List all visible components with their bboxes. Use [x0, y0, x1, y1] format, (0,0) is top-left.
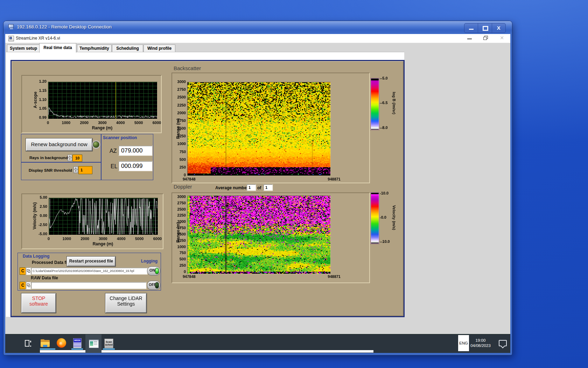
- rays-value[interactable]: 10: [72, 155, 82, 162]
- doppler-ytick-8: 1000: [177, 245, 186, 249]
- app-restore-button[interactable]: [482, 34, 490, 42]
- velocity-ytick-4: -5.00: [38, 232, 47, 236]
- task-view-icon[interactable]: [25, 340, 33, 347]
- snr-value[interactable]: 1: [78, 166, 92, 174]
- stop-line1: STOP: [32, 295, 46, 301]
- snr-spinner[interactable]: ▲▼: [74, 166, 77, 173]
- scan-scheduler-icon[interactable]: Scan sched: [104, 339, 113, 348]
- app-titlebar[interactable]: StreamLine XR v14-6.vi ✕: [5, 34, 510, 43]
- notifications-icon[interactable]: [499, 340, 507, 346]
- taskbar-clock[interactable]: 19:00 04/08/2023: [468, 338, 493, 348]
- change-lidar-settings-button[interactable]: Change LiDAR Settings: [105, 293, 147, 313]
- ascope-graph: 1.201.151.101.050.99 0100020003000400050…: [21, 75, 162, 133]
- velocity-xtick-5: 5000: [135, 237, 144, 241]
- tab-temp-humidity[interactable]: Temp/humidity: [77, 45, 112, 52]
- backscatter-ylabel: Range (m): [176, 118, 181, 139]
- restart-processed-button[interactable]: Restart processed file: [67, 257, 115, 266]
- taskbar: WEEK Scan sched ENG 19:00 04/08/2023: [5, 334, 510, 353]
- backscatter-ytick-1: 2750: [177, 87, 186, 91]
- on-led: [155, 268, 159, 274]
- rdp-client-area: StreamLine XR v14-6.vi ✕ System setup Re…: [5, 34, 510, 353]
- ascope-xtick-0: 0: [47, 121, 49, 125]
- underline-week-document: [71, 348, 83, 350]
- rdp-icon: [8, 24, 14, 30]
- backscatter-cb-unit: log B (/m/sr): [392, 92, 396, 114]
- app-close-button[interactable]: ✕: [498, 34, 506, 42]
- tab-scheduling[interactable]: Scheduling: [112, 45, 143, 52]
- velocity-xtick-6: 6000: [153, 237, 162, 241]
- backscatter-ytick-0: 3000: [177, 80, 186, 84]
- backscatter-ytick-10: 500: [180, 157, 186, 162]
- velocity-ytick-2: 0.00: [40, 213, 47, 218]
- labview-app-icon: [89, 340, 99, 348]
- raw-drive-selector[interactable]: C: [20, 282, 26, 289]
- background-controls-box: Renew background now Rays in background …: [21, 134, 102, 163]
- raw-logging-toggle-off[interactable]: OFF: [147, 281, 160, 290]
- ascope-ytick-2: 1.10: [39, 97, 47, 102]
- taskbar-time: 19:00: [468, 338, 493, 343]
- backscatter-title: Backscatter: [174, 65, 201, 71]
- average-number-value[interactable]: 1: [247, 184, 256, 191]
- doppler-cb-tick-2: --10.0: [380, 239, 390, 244]
- ascope-xtick-3: 3000: [98, 121, 106, 125]
- doppler-title: Doppler: [174, 184, 192, 190]
- doppler-ytick-9: 750: [180, 251, 186, 255]
- velocity-ytick-0: 5.00: [40, 195, 47, 199]
- el-value[interactable]: 000.099: [119, 161, 152, 171]
- rdp-close-button[interactable]: X: [492, 23, 505, 33]
- of-value[interactable]: 1: [264, 184, 273, 191]
- settings-line1: Change LiDAR: [110, 295, 142, 301]
- velocity-xtick-4: 4000: [117, 237, 125, 241]
- snr-controls-box: Display SNR threshold ▲▼ 1: [21, 162, 102, 180]
- week-document-label: WEEK: [74, 339, 81, 342]
- velocity-xtick-2: 2000: [80, 237, 89, 241]
- doppler-ytick-0: 3000: [177, 195, 186, 199]
- raw-file-label: RAW Data file: [31, 275, 58, 280]
- rays-spinner[interactable]: ▲▼: [68, 155, 71, 161]
- scanner-position-title: Scanner position: [103, 135, 137, 140]
- file-explorer-icon[interactable]: [41, 339, 50, 347]
- rays-label: Rays in background: [29, 156, 68, 160]
- velocity-ytick-1: 2.50: [40, 204, 47, 209]
- backscatter-ytick-12: 0: [184, 173, 186, 177]
- velocity-ytick-3: -2.50: [38, 223, 47, 227]
- tab-system-setup[interactable]: System setup: [7, 45, 40, 52]
- rdp-minimize-button[interactable]: [464, 23, 478, 33]
- raw-file-path[interactable]: [31, 282, 146, 289]
- firefox-icon[interactable]: [57, 338, 66, 348]
- language-indicator[interactable]: ENG: [458, 335, 469, 351]
- backscatter-xstart: 947848: [183, 177, 196, 181]
- week-document-icon[interactable]: WEEK: [73, 338, 82, 348]
- renew-led-indicator: [93, 141, 99, 148]
- labview-panel: 1.201.151.101.050.99 0100020003000400050…: [10, 60, 405, 317]
- labview-app-taskbar-tile[interactable]: [85, 334, 102, 353]
- app-title: StreamLine XR v14-6.vi: [16, 36, 60, 41]
- stop-software-button[interactable]: STOP software: [21, 293, 56, 313]
- processed-browse-icon[interactable]: [26, 267, 31, 275]
- tab-real-time-data[interactable]: Real time data: [39, 43, 76, 53]
- stop-line2: software: [29, 301, 48, 307]
- doppler-ytick-2: 2500: [177, 207, 186, 211]
- velocity-xtick-1: 1000: [63, 237, 71, 241]
- processed-file-label: Processed Data file: [32, 260, 71, 265]
- velocity-xtick-0: 0: [48, 237, 50, 241]
- tab-wind-profile[interactable]: Wind profile: [144, 45, 175, 52]
- rdp-titlebar[interactable]: 192.168.0.122 - Remote Desktop Connectio…: [4, 21, 512, 34]
- raw-browse-icon[interactable]: [26, 282, 31, 289]
- rdp-maximize-button[interactable]: [478, 23, 492, 33]
- velocity-xtick-3: 3000: [99, 237, 107, 241]
- velocity-xlabel: Range (m): [93, 241, 113, 246]
- renew-background-button[interactable]: Renew background now: [26, 138, 92, 151]
- az-value[interactable]: 079.000: [119, 146, 152, 156]
- scanner-position-box: Scanner position AZ 079.000 EL 000.099: [101, 134, 153, 180]
- backscatter-xend: 948871: [328, 177, 341, 181]
- processed-file-path[interactable]: C:\Lidar\Data\Proc\2023\202308\20230804\…: [31, 268, 147, 274]
- processed-logging-toggle-on[interactable]: ON: [147, 266, 160, 275]
- az-label: AZ: [110, 148, 117, 154]
- doppler-ytick-11: 250: [180, 263, 186, 267]
- processed-drive-selector[interactable]: C: [20, 267, 26, 275]
- app-minimize-button[interactable]: [466, 34, 474, 42]
- backscatter-cb-tick-0: --5.0: [380, 76, 388, 80]
- on-label: ON: [149, 268, 155, 272]
- doppler-ytick-10: 500: [180, 257, 186, 261]
